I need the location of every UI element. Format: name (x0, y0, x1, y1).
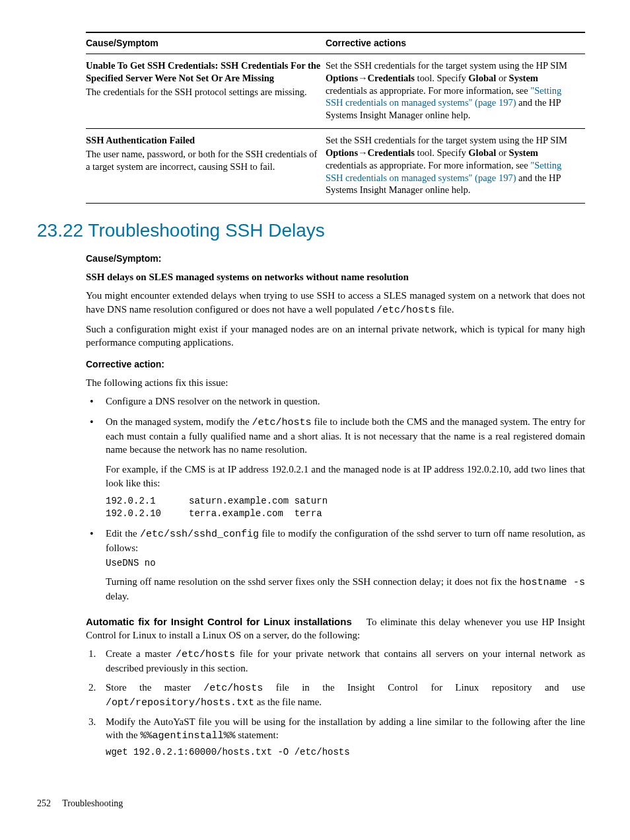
footer-title: Troubleshooting (62, 798, 123, 808)
corrective-label: Corrective action: (86, 358, 585, 371)
autofix-para: Automatic fix for Insight Control for Li… (86, 615, 585, 642)
row2-action: Set the SSH credentials for the target s… (326, 129, 585, 204)
cause-label: Cause/Symptom: (86, 252, 585, 265)
section-heading: 23.22 Troubleshooting SSH Delays (37, 218, 585, 243)
row1-action: Set the SSH credentials for the target s… (326, 54, 585, 128)
row2-title: SSH Authentication Failed (86, 134, 322, 147)
list-item: Modify the AutoYaST file you will be usi… (86, 715, 585, 758)
wget-example: wget 192.0.2.1:60000/hosts.txt -O /etc/h… (106, 746, 585, 759)
usedns-note: Turning off name resolution on the sshd … (106, 575, 585, 603)
example-lead: For example, if the CMS is at IP address… (106, 463, 585, 490)
hosts-example: 192.0.2.1 saturn.example.com saturn 192.… (106, 495, 585, 520)
list-item: Create a master /etc/hosts file for your… (86, 647, 585, 675)
table-row: Unable To Get SSH Credentials: SSH Crede… (86, 54, 585, 128)
troubleshooting-table: Cause/Symptom Corrective actions Unable … (86, 32, 585, 204)
para-dns-intro: You might encounter extended delays when… (86, 289, 585, 317)
para-private-net: Such a configuration might exist if your… (86, 323, 585, 350)
fix-intro: The following actions fix this issue: (86, 376, 585, 389)
list-item: Configure a DNS resolver on the network … (86, 395, 585, 408)
troubleshooting-table-wrap: Cause/Symptom Corrective actions Unable … (86, 32, 585, 204)
page-footer: 252 Troubleshooting (37, 798, 585, 810)
list-item: Store the master /etc/hosts file in the … (86, 681, 585, 710)
fix-list: Configure a DNS resolver on the network … (86, 395, 585, 603)
autofix-steps: Create a master /etc/hosts file for your… (86, 647, 585, 758)
table-row: SSH Authentication Failed The user name,… (86, 129, 585, 204)
list-item: On the managed system, modify the /etc/h… (86, 415, 585, 520)
list-item: Edit the /etc/ssh/sshd_config file to mo… (86, 527, 585, 603)
col-action: Corrective actions (326, 32, 585, 54)
row2-desc: The user name, password, or both for the… (86, 149, 317, 172)
page-number: 252 (37, 798, 51, 808)
col-cause: Cause/Symptom (86, 32, 326, 54)
row1-desc: The credentials for the SSH protocol set… (86, 87, 307, 97)
usedns-example: UseDNS no (106, 557, 585, 570)
autofix-title: Automatic fix for Insight Control for Li… (86, 616, 352, 627)
row1-title: Unable To Get SSH Credentials: SSH Crede… (86, 59, 322, 85)
symptom-title: SSH delays on SLES managed systems on ne… (86, 270, 585, 284)
